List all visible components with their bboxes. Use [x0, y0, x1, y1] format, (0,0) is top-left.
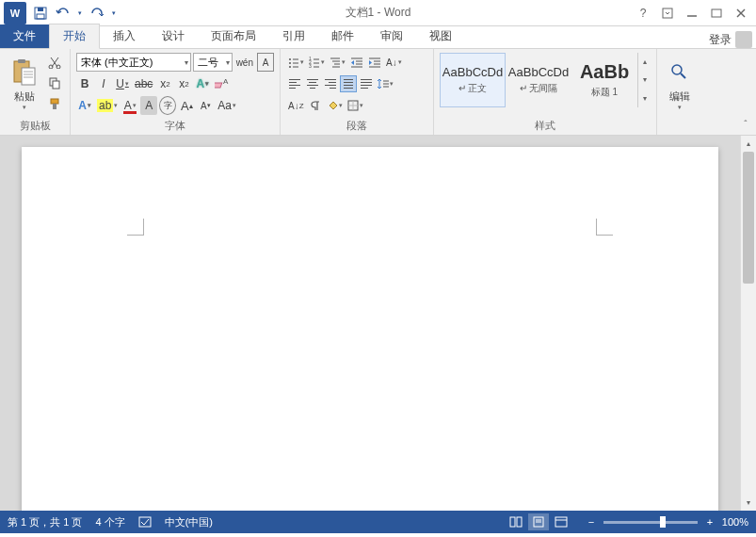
numbering-button[interactable]: 123 [307, 53, 327, 72]
style-scroll-down[interactable]: ▾ [638, 71, 651, 89]
close-button[interactable] [730, 4, 752, 23]
underline-button[interactable]: U [114, 74, 131, 93]
svg-text:3: 3 [309, 63, 312, 68]
save-button[interactable] [30, 3, 51, 24]
highlight-button[interactable]: ab [95, 96, 120, 115]
svg-rect-2 [37, 14, 44, 19]
tab-review[interactable]: 审阅 [367, 24, 416, 48]
strikethrough-button[interactable]: abc [133, 74, 154, 93]
tab-design[interactable]: 设计 [149, 24, 198, 48]
page-scroll-area[interactable] [0, 136, 740, 511]
char-border-button[interactable]: A [257, 53, 274, 72]
style-scroll-up[interactable]: ▴ [638, 53, 651, 71]
svg-rect-9 [18, 59, 25, 63]
redo-button[interactable] [87, 3, 107, 24]
align-right-button[interactable] [322, 75, 339, 92]
multilevel-button[interactable] [328, 53, 347, 72]
ribbon-options-button[interactable] [656, 4, 679, 23]
page-count[interactable]: 第 1 页，共 1 页 [8, 515, 82, 529]
editing-button[interactable]: 编辑 ▾ [663, 53, 697, 115]
shrink-font-button[interactable]: A▾ [197, 96, 214, 115]
word-count[interactable]: 4 个字 [95, 515, 124, 529]
format-painter-button[interactable] [45, 94, 64, 113]
sort-button[interactable]: A↓Z [286, 96, 306, 115]
web-layout-button[interactable] [551, 513, 571, 530]
zoom-level[interactable]: 100% [722, 516, 748, 528]
bold-button[interactable]: B [76, 74, 93, 93]
scroll-down-button[interactable]: ▾ [741, 495, 756, 511]
proofing-status[interactable] [138, 515, 152, 529]
align-left-button[interactable] [286, 75, 303, 92]
find-icon [665, 57, 695, 88]
font-name-combo[interactable]: 宋体 (中文正文) ▾ [76, 53, 191, 72]
zoom-in-button[interactable]: + [703, 516, 716, 528]
margin-mark-icon [127, 219, 144, 236]
vertical-scrollbar[interactable]: ▴ ▾ [740, 136, 756, 511]
title-bar: W ▾ ▾ 文档1 - Word ? [0, 0, 756, 26]
grow-font-button[interactable]: A▴ [178, 96, 195, 115]
clipboard-group-label: 剪贴板 [6, 117, 64, 133]
clear-format-button[interactable]: A [213, 74, 232, 93]
text-effects-button[interactable]: A [194, 74, 211, 93]
undo-button[interactable] [53, 3, 73, 24]
justify-button[interactable] [340, 75, 357, 92]
align-center-button[interactable] [304, 75, 321, 92]
show-marks-button[interactable] [307, 96, 324, 115]
print-layout-button[interactable] [528, 513, 549, 530]
style-gallery-more[interactable]: ▾ [638, 90, 651, 107]
minimize-button[interactable] [681, 4, 703, 23]
enclose-char-button[interactable]: 字 [159, 96, 176, 115]
font-size-combo[interactable]: 二号 ▾ [193, 53, 233, 72]
tab-insert[interactable]: 插入 [100, 24, 149, 48]
qat-customize[interactable]: ▾ [109, 3, 119, 24]
help-button[interactable]: ? [632, 4, 654, 23]
copy-button[interactable] [45, 73, 64, 92]
distribute-button[interactable] [358, 75, 375, 92]
language-status[interactable]: 中文(中国) [165, 515, 213, 529]
cut-button[interactable] [45, 53, 64, 72]
document-page[interactable] [22, 147, 718, 511]
char-shading-button[interactable]: A [76, 96, 93, 115]
italic-button[interactable]: I [95, 74, 112, 93]
tab-home[interactable]: 开始 [49, 24, 100, 49]
zoom-handle[interactable] [660, 516, 666, 528]
tab-mailings[interactable]: 邮件 [318, 24, 367, 48]
style-normal[interactable]: AaBbCcDd ↵ 正文 [440, 53, 506, 107]
change-case-button[interactable]: Aa [216, 96, 238, 115]
paste-button[interactable]: 粘贴 ▾ [6, 53, 43, 115]
line-spacing-button[interactable] [376, 74, 395, 93]
phonetic-guide-button[interactable]: wén [234, 53, 255, 72]
maximize-button[interactable] [705, 4, 728, 23]
login-button[interactable]: 登录 [709, 31, 752, 48]
subscript-button[interactable]: x2 [156, 74, 173, 93]
chevron-down-icon: ▾ [185, 58, 188, 67]
scroll-up-button[interactable]: ▴ [741, 136, 756, 152]
tab-file[interactable]: 文件 [0, 24, 49, 48]
tab-view[interactable]: 视图 [416, 24, 465, 48]
style-heading1[interactable]: AaBb 标题 1 [571, 53, 637, 107]
tab-references[interactable]: 引用 [269, 24, 318, 48]
shading-button[interactable] [325, 96, 345, 115]
style-no-spacing[interactable]: AaBbCcDd ↵ 无间隔 [506, 53, 571, 107]
bullets-button[interactable] [286, 53, 306, 72]
text-direction-button[interactable]: A↓ [384, 53, 404, 72]
styles-group-label: 样式 [440, 117, 651, 133]
char-scale-button[interactable]: A [140, 96, 157, 115]
margin-mark-icon [596, 219, 613, 236]
font-color-button[interactable]: A [121, 96, 138, 115]
zoom-out-button[interactable]: − [585, 516, 598, 528]
undo-dropdown[interactable]: ▾ [75, 3, 85, 24]
superscript-button[interactable]: x2 [175, 74, 192, 93]
scroll-track[interactable] [741, 152, 756, 495]
dec-indent-button[interactable] [348, 53, 365, 72]
tab-layout[interactable]: 页面布局 [198, 24, 269, 48]
zoom-slider[interactable] [603, 521, 698, 524]
scroll-thumb[interactable] [743, 152, 754, 284]
borders-button[interactable] [346, 96, 365, 115]
inc-indent-button[interactable] [366, 53, 383, 72]
style-name: ↵ 正文 [458, 82, 488, 95]
quick-access-toolbar: ▾ ▾ [30, 3, 119, 24]
ribbon-tabs: 文件 开始 插入 设计 页面布局 引用 邮件 审阅 视图 登录 [0, 26, 756, 49]
collapse-ribbon-button[interactable]: ˆ [739, 118, 752, 131]
read-mode-button[interactable] [506, 513, 526, 530]
